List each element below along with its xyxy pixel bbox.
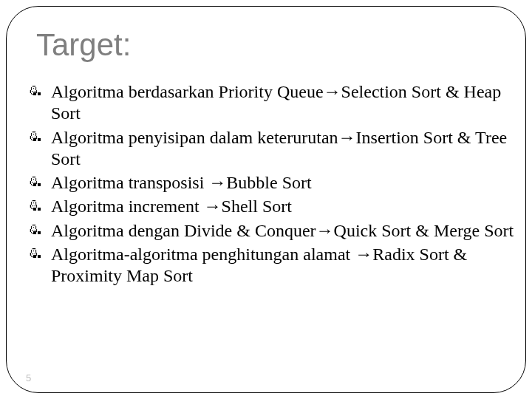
- page-number: 5: [26, 372, 31, 383]
- item-text-pre: Algoritma-algoritma penghitungan alamat: [51, 245, 355, 264]
- bullet-icon: ߷: [29, 243, 37, 265]
- bullet-icon: ߷: [29, 171, 37, 193]
- list-item: ߷ Algoritma transposisi →Bubble Sort: [32, 171, 518, 194]
- arrow-icon: →: [324, 81, 341, 101]
- item-text-pre: Algoritma berdasarkan Priority Queue: [51, 82, 324, 101]
- bullet-icon: ߷: [29, 126, 37, 148]
- item-text-pre: Algoritma penyisipan dalam keterurutan: [51, 128, 338, 147]
- arrow-icon: →: [204, 196, 222, 216]
- item-text-post: Quick Sort & Merge Sort: [334, 221, 514, 240]
- item-text-pre: Algoritma transposisi: [51, 173, 208, 192]
- list-item: ߷ Algoritma-algoritma penghitungan alama…: [32, 243, 518, 287]
- list-item: ߷ Algoritma dengan Divide & Conquer→Quic…: [32, 219, 518, 242]
- list-item: ߷ Algoritma increment →Shell Sort: [32, 195, 518, 217]
- slide-frame: Target: ߷ Algoritma berdasarkan Priority…: [6, 6, 526, 393]
- list-item: ߷ Algoritma berdasarkan Priority Queue→S…: [32, 81, 518, 125]
- arrow-icon: →: [338, 127, 356, 147]
- list-item: ߷ Algoritma penyisipan dalam keterurutan…: [32, 126, 518, 171]
- bullet-icon: ߷: [29, 81, 37, 102]
- slide: Target: ߷ Algoritma berdasarkan Priority…: [0, 0, 532, 399]
- bullet-icon: ߷: [29, 219, 37, 241]
- item-text-pre: Algoritma dengan Divide & Conquer: [51, 221, 316, 240]
- arrow-icon: →: [208, 172, 226, 192]
- item-text-post: Shell Sort: [222, 197, 292, 216]
- slide-title: Target:: [36, 27, 518, 63]
- arrow-icon: →: [355, 244, 372, 264]
- item-text-pre: Algoritma increment: [51, 197, 204, 216]
- arrow-icon: →: [316, 220, 334, 240]
- bullet-list: ߷ Algoritma berdasarkan Priority Queue→S…: [32, 81, 518, 287]
- bullet-icon: ߷: [29, 195, 37, 216]
- item-text-post: Bubble Sort: [226, 173, 311, 192]
